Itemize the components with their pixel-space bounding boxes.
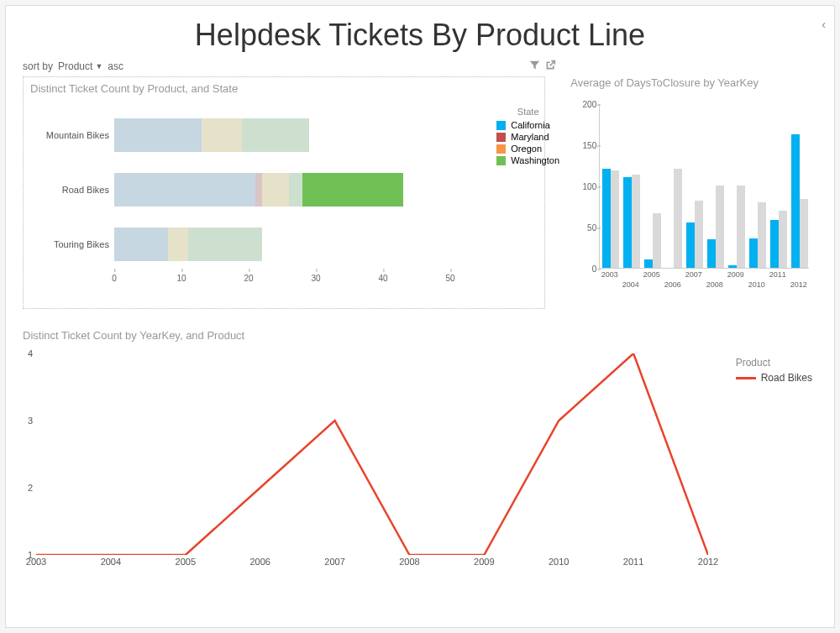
legend-swatch <box>736 377 756 379</box>
legend-item[interactable]: Maryland <box>496 132 559 142</box>
bar-segment[interactable] <box>114 173 255 207</box>
legend-swatch <box>496 156 506 165</box>
bar-segment[interactable] <box>188 228 262 261</box>
bar-row-label: Mountain Bikes <box>34 130 109 140</box>
column-bar[interactable] <box>728 265 737 268</box>
legend: ProductRoad Bikes <box>736 357 812 384</box>
x-tick: 2008 <box>399 557 419 567</box>
x-tick: 2006 <box>664 280 681 289</box>
column-bar[interactable] <box>737 186 745 268</box>
column-bar[interactable] <box>632 175 640 268</box>
column-bar[interactable] <box>749 238 758 268</box>
stacked-bar-chart[interactable]: Mountain BikesRoad BikesTouring Bikes010… <box>30 102 467 303</box>
column-bar[interactable] <box>716 186 724 268</box>
legend-label: Maryland <box>511 132 549 142</box>
column-bar[interactable] <box>623 177 632 268</box>
line-chart[interactable]: 1234200320042005200620072008200920102011… <box>23 348 812 583</box>
bar-segment[interactable] <box>202 118 242 152</box>
x-tick: 2003 <box>601 270 618 279</box>
legend-item[interactable]: California <box>496 120 559 130</box>
legend-item[interactable]: Road Bikes <box>736 372 812 384</box>
bar-row-label: Touring Bikes <box>34 239 109 249</box>
x-tick: 2012 <box>698 557 718 567</box>
legend: StateCaliforniaMarylandOregonWashington <box>496 107 559 167</box>
column-bar[interactable] <box>791 134 800 268</box>
column-bar[interactable] <box>644 259 653 268</box>
column-group[interactable] <box>707 186 724 268</box>
x-tick: 2007 <box>324 557 344 567</box>
x-tick: 2006 <box>249 557 270 567</box>
column-group[interactable] <box>749 202 766 268</box>
column-group[interactable] <box>791 134 808 268</box>
column-bar[interactable] <box>695 201 703 268</box>
popout-icon[interactable] <box>545 60 556 73</box>
sort-field-dropdown[interactable]: Product ▼ <box>58 60 102 72</box>
stacked-bar-panel[interactable]: Distinct Ticket Count by Product, and St… <box>23 76 545 309</box>
column-bar[interactable] <box>758 202 766 268</box>
x-tick: 10 <box>176 274 186 283</box>
x-tick: 2009 <box>474 557 494 567</box>
legend-title: Product <box>736 357 812 369</box>
bar-segment[interactable] <box>168 228 188 261</box>
caret-down-icon: ▼ <box>95 62 102 71</box>
y-tick: 50 <box>575 223 596 233</box>
y-tick: 0 <box>575 264 596 274</box>
bar-segment[interactable] <box>255 173 262 207</box>
sort-direction-dropdown[interactable]: asc <box>108 60 123 72</box>
legend-swatch <box>496 144 506 154</box>
bar-row[interactable]: Mountain Bikes <box>114 118 309 152</box>
column-bar[interactable] <box>770 220 779 268</box>
sort-bar: sort by Product ▼ asc <box>23 60 556 73</box>
sort-direction-value: asc <box>108 60 123 72</box>
column-bar[interactable] <box>779 211 787 268</box>
column-group[interactable] <box>686 201 703 268</box>
column-group[interactable] <box>728 186 745 268</box>
stacked-bar-title: Distinct Ticket Count by Product, and St… <box>30 82 538 95</box>
x-tick: 2010 <box>549 557 569 567</box>
x-tick: 0 <box>112 274 117 283</box>
column-group[interactable] <box>644 213 661 268</box>
line-chart-panel[interactable]: Distinct Ticket Count by YearKey, and Pr… <box>23 329 817 583</box>
column-bar[interactable] <box>611 170 619 268</box>
x-tick: 2003 <box>26 557 46 567</box>
line-series[interactable] <box>36 353 708 555</box>
page-title: Helpdesk Tickets By Product Line <box>23 18 817 53</box>
column-bar[interactable] <box>707 239 716 268</box>
column-bar[interactable] <box>800 199 808 268</box>
bar-segment[interactable] <box>289 173 302 207</box>
column-bar[interactable] <box>686 222 695 268</box>
collapse-panel-icon[interactable]: ‹ <box>822 18 826 31</box>
bar-segment[interactable] <box>114 118 202 152</box>
y-tick: 4 <box>23 348 33 358</box>
x-tick: 2008 <box>706 280 723 289</box>
column-group[interactable] <box>665 169 682 268</box>
sort-by-label: sort by <box>23 60 53 72</box>
bar-segment[interactable] <box>114 228 168 261</box>
column-bar[interactable] <box>653 213 661 268</box>
column-group[interactable] <box>623 175 640 268</box>
x-tick: 2010 <box>748 280 765 289</box>
bar-row[interactable]: Touring Bikes <box>114 228 262 261</box>
bar-segment[interactable] <box>242 118 309 152</box>
x-tick: 30 <box>311 274 320 283</box>
y-tick: 3 <box>23 416 33 426</box>
column-group[interactable] <box>602 169 619 268</box>
column-chart[interactable]: 0501001502002003200420052006200720082009… <box>570 96 814 297</box>
y-tick: 150 <box>575 141 596 150</box>
legend-item[interactable]: Washington <box>496 155 559 165</box>
bar-row[interactable]: Road Bikes <box>114 173 403 207</box>
column-group[interactable] <box>770 211 787 268</box>
line-chart-title: Distinct Ticket Count by YearKey, and Pr… <box>23 329 817 342</box>
legend-item[interactable]: Oregon <box>496 144 559 154</box>
bar-segment[interactable] <box>262 173 289 207</box>
x-tick: 2011 <box>623 557 643 567</box>
x-tick: 2005 <box>643 270 660 279</box>
y-tick: 100 <box>575 182 596 191</box>
y-tick: 200 <box>575 100 596 109</box>
filter-icon[interactable] <box>529 60 540 73</box>
legend-swatch <box>496 121 506 130</box>
column-bar[interactable] <box>674 169 682 268</box>
column-chart-panel[interactable]: Average of DaysToClosure by YearKey 0501… <box>570 76 817 297</box>
column-bar[interactable] <box>602 169 611 268</box>
bar-segment[interactable] <box>302 173 403 207</box>
